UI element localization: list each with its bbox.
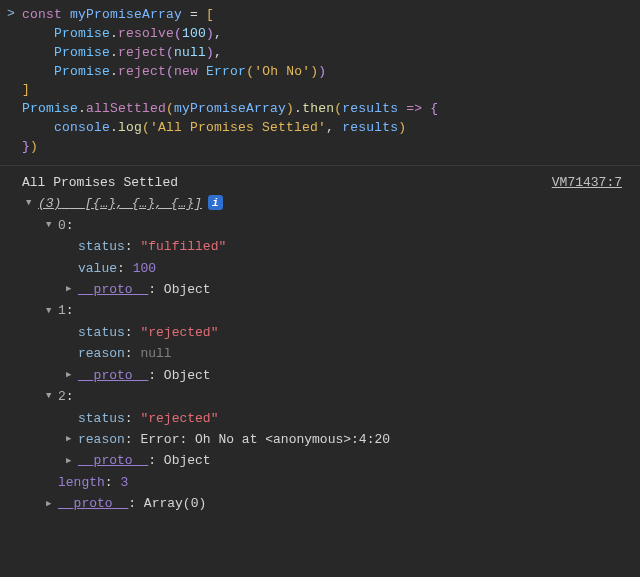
property-key: status xyxy=(78,408,125,429)
proto-key: __proto__ xyxy=(78,365,148,386)
proto-key: __proto__ xyxy=(58,493,128,514)
info-icon[interactable]: i xyxy=(208,195,223,210)
property-row[interactable]: reason: Error: Oh No at <anonymous>:4:20 xyxy=(22,429,632,450)
proto-value: Array(0) xyxy=(144,493,206,514)
proto-row[interactable]: __proto__: Object xyxy=(22,365,632,386)
array-index: 2 xyxy=(58,386,66,407)
chevron-right-icon[interactable] xyxy=(66,432,76,447)
array-index: 0 xyxy=(58,215,66,236)
property-value: 100 xyxy=(133,258,156,279)
proto-row[interactable]: __proto__: Object xyxy=(22,450,632,471)
proto-value: Object xyxy=(164,365,211,386)
chevron-right-icon[interactable] xyxy=(46,497,56,512)
chevron-down-icon[interactable] xyxy=(46,389,56,404)
proto-value: Object xyxy=(164,450,211,471)
property-key: value xyxy=(78,258,117,279)
chevron-down-icon[interactable] xyxy=(46,304,56,319)
chevron-down-icon[interactable] xyxy=(46,218,56,233)
input-code[interactable]: const myPromiseArray = [ Promise.resolve… xyxy=(22,6,438,157)
object-tree: (3) [{…}, {…}, {…}] i 0: status: "fulfil… xyxy=(22,193,632,515)
chevron-down-icon[interactable] xyxy=(26,196,36,211)
array-index-row[interactable]: 2: xyxy=(22,386,632,407)
property-row[interactable]: status: "fulfilled" xyxy=(22,236,632,257)
property-value: "fulfilled" xyxy=(140,236,226,257)
prompt-indicator: > xyxy=(0,6,22,21)
source-link[interactable]: VM71437:7 xyxy=(552,172,622,193)
property-row[interactable]: reason: null xyxy=(22,343,632,364)
property-row[interactable]: status: "rejected" xyxy=(22,322,632,343)
array-index-row[interactable]: 0: xyxy=(22,215,632,236)
property-value: "rejected" xyxy=(140,322,218,343)
console-output: All Promises Settled VM71437:7 (3) [{…},… xyxy=(0,166,640,515)
property-key: reason xyxy=(78,429,125,450)
property-value: null xyxy=(140,343,171,364)
proto-row[interactable]: __proto__: Object xyxy=(22,279,632,300)
log-message: All Promises Settled xyxy=(22,172,178,193)
devtools-console: > const myPromiseArray = [ Promise.resol… xyxy=(0,0,640,515)
chevron-right-icon[interactable] xyxy=(66,368,76,383)
array-index-row[interactable]: 1: xyxy=(22,300,632,321)
array-preview: [{…}, {…}, {…}] xyxy=(85,196,202,211)
proto-value: Object xyxy=(164,279,211,300)
proto-key: __proto__ xyxy=(78,279,148,300)
property-key: status xyxy=(78,322,125,343)
length-key: length xyxy=(58,472,105,493)
chevron-right-icon[interactable] xyxy=(66,282,76,297)
array-length-summary: (3) xyxy=(38,196,61,211)
property-value: "rejected" xyxy=(140,408,218,429)
chevron-right-icon[interactable] xyxy=(66,454,76,469)
proto-key: __proto__ xyxy=(78,450,148,471)
property-row[interactable]: status: "rejected" xyxy=(22,408,632,429)
array-summary-row[interactable]: (3) [{…}, {…}, {…}] i xyxy=(22,193,632,214)
length-row[interactable]: length: 3 xyxy=(22,472,632,493)
property-value: Error: Oh No at <anonymous>:4:20 xyxy=(140,429,390,450)
property-key: reason xyxy=(78,343,125,364)
property-row[interactable]: value: 100 xyxy=(22,258,632,279)
property-key: status xyxy=(78,236,125,257)
console-input-area: > const myPromiseArray = [ Promise.resol… xyxy=(0,0,640,166)
proto-row[interactable]: __proto__: Array(0) xyxy=(22,493,632,514)
length-value: 3 xyxy=(120,472,128,493)
array-index: 1 xyxy=(58,300,66,321)
